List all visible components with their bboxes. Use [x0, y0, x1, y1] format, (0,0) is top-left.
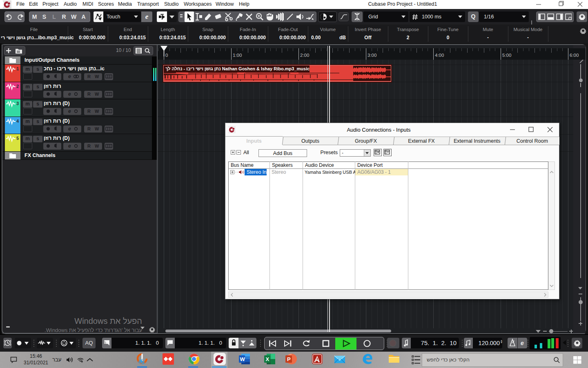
svg-text:P: P: [287, 356, 291, 362]
svg-text:e: e: [68, 74, 71, 79]
svg-text:W: W: [240, 356, 245, 362]
svg-text:e: e: [68, 108, 71, 114]
svg-text:W: W: [95, 126, 99, 131]
svg-text:X: X: [265, 356, 269, 362]
svg-text:W: W: [95, 92, 99, 96]
svg-text:R: R: [87, 126, 91, 131]
svg-text:W: W: [95, 74, 99, 79]
svg-text:e: e: [521, 340, 524, 346]
svg-text:R: R: [87, 109, 91, 114]
svg-text:R: R: [87, 74, 91, 79]
svg-text:e: e: [68, 143, 71, 149]
svg-text:W: W: [95, 144, 99, 148]
svg-text:W: W: [95, 109, 99, 114]
svg-text:R: R: [87, 92, 91, 96]
svg-text:e: e: [68, 91, 71, 97]
svg-text:e: e: [68, 126, 71, 132]
svg-text:R: R: [87, 144, 91, 148]
